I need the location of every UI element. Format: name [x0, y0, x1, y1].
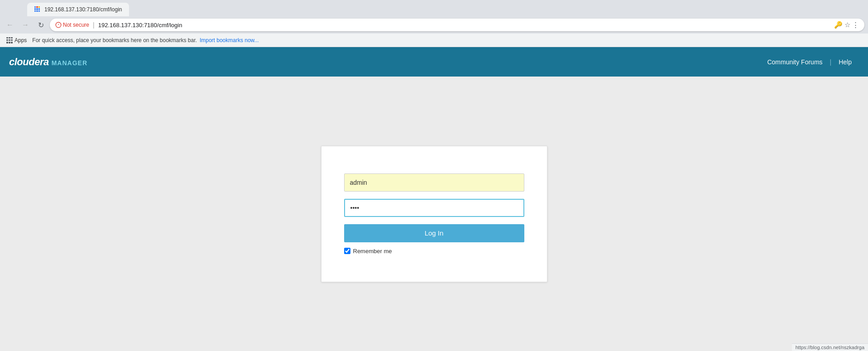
password-input[interactable] — [344, 199, 524, 217]
browser-tab[interactable]: 192.168.137.130:7180/cmf/login — [27, 3, 129, 16]
main-content: Log In Remember me — [0, 77, 868, 351]
bookmarks-bar: Apps For quick access, place your bookma… — [0, 34, 868, 47]
back-button[interactable]: ← — [4, 19, 16, 31]
username-group — [344, 173, 524, 192]
login-card: Log In Remember me — [321, 146, 547, 282]
key-icon[interactable]: 🔑 — [834, 21, 843, 29]
menu-icon[interactable]: ⋮ — [852, 21, 859, 29]
apps-grid-icon — [6, 37, 13, 43]
not-secure-label: Not secure — [63, 22, 89, 28]
navbar-links: Community Forums | Help — [760, 58, 859, 66]
address-bar-row: ← → ↻ Not secure | 192.168.137.130:7180/… — [0, 16, 868, 34]
import-bookmarks-link[interactable]: Import bookmarks now... — [200, 37, 259, 43]
apps-button[interactable]: Apps — [4, 36, 29, 45]
reload-button[interactable]: ↻ — [34, 19, 47, 31]
address-icons: 🔑 ☆ ⋮ — [834, 21, 859, 29]
password-group — [344, 199, 524, 217]
navbar: cloudera MANAGER Community Forums | Help — [0, 47, 868, 77]
status-url: https://blog.csdn.net/nszkadrga — [796, 345, 864, 350]
brand-manager: MANAGER — [52, 59, 87, 67]
status-bar: https://blog.csdn.net/nszkadrga — [792, 343, 868, 351]
remember-me-label: Remember me — [344, 248, 524, 255]
security-indicator: Not secure — [55, 22, 89, 28]
tab-title: 192.168.137.130:7180/cmf/login — [44, 6, 122, 13]
username-input[interactable] — [344, 173, 524, 192]
remember-me-checkbox[interactable] — [344, 248, 350, 254]
forward-button[interactable]: → — [19, 19, 32, 31]
url-text: 192.168.137.130:7180/cmf/login — [98, 22, 830, 29]
community-forums-link[interactable]: Community Forums — [760, 58, 830, 66]
remember-me-text: Remember me — [353, 248, 392, 255]
apps-label: Apps — [14, 37, 27, 43]
help-link[interactable]: Help — [831, 58, 859, 66]
tab-favicon — [34, 6, 41, 13]
url-bar[interactable]: Not secure | 192.168.137.130:7180/cmf/lo… — [50, 19, 864, 31]
navbar-brand: cloudera MANAGER — [9, 56, 87, 68]
login-button[interactable]: Log In — [344, 224, 524, 242]
bookmark-star-icon[interactable]: ☆ — [844, 21, 850, 29]
brand-cloudera: cloudera — [9, 56, 49, 68]
bookmarks-message: For quick access, place your bookmarks h… — [32, 37, 197, 43]
